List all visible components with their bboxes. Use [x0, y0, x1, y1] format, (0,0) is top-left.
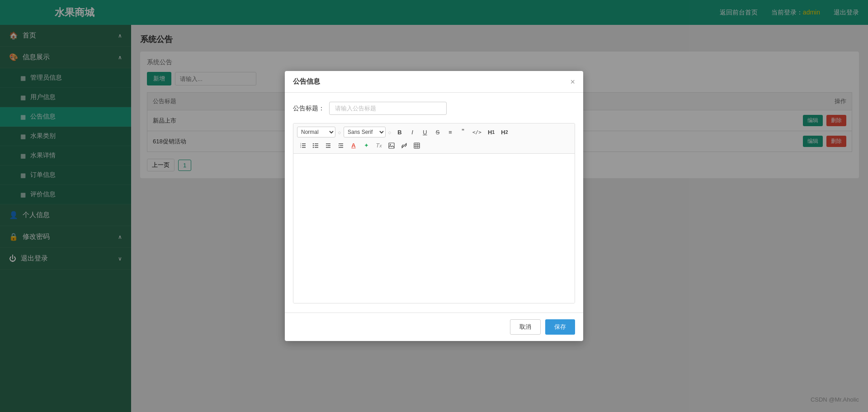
indent-increase-button[interactable]: [335, 141, 347, 151]
save-button[interactable]: 保存: [545, 319, 575, 335]
modal-title: 公告信息: [293, 77, 320, 86]
svg-text:3: 3: [300, 146, 302, 148]
code-button[interactable]: </>: [470, 128, 484, 137]
format-select[interactable]: Normal Heading 1 Heading 2 Heading 3: [297, 127, 335, 137]
font-select[interactable]: Sans Serif Serif Monospace: [344, 127, 386, 137]
italic-button[interactable]: I: [406, 127, 418, 137]
underline-button[interactable]: U: [419, 127, 431, 137]
editor-toolbar: Normal Heading 1 Heading 2 Heading 3 ⬦ S…: [293, 123, 575, 154]
editor-container: Normal Heading 1 Heading 2 Heading 3 ⬦ S…: [293, 123, 575, 303]
cancel-button[interactable]: 取消: [510, 319, 541, 335]
font-color-button[interactable]: A: [348, 140, 359, 151]
link-button[interactable]: [398, 141, 410, 151]
toolbar-row-2: 123 A ✦ Tx: [297, 140, 571, 151]
modal-close-button[interactable]: ×: [570, 78, 575, 86]
modal-footer: 取消 保存: [285, 313, 583, 341]
title-input[interactable]: [329, 102, 447, 115]
ol-button[interactable]: 123: [297, 141, 309, 151]
table-button[interactable]: [411, 141, 423, 151]
editor-content[interactable]: [293, 154, 575, 303]
modal-dialog: 公告信息 × 公告标题： Normal Heading 1 Heading 2: [285, 71, 583, 341]
toolbar-sep-1: ⬦: [337, 128, 342, 136]
svg-point-10: [313, 145, 314, 146]
image-button[interactable]: [386, 141, 397, 151]
modal-overlay[interactable]: 公告信息 × 公告标题： Normal Heading 1 Heading 2: [0, 0, 868, 412]
h2-button[interactable]: H2: [498, 127, 510, 137]
blockquote-button[interactable]: ": [457, 126, 469, 138]
indent-decrease-button[interactable]: [322, 141, 334, 151]
svg-rect-18: [389, 143, 394, 148]
svg-point-11: [313, 147, 314, 147]
form-row-title: 公告标题：: [293, 102, 575, 115]
title-label: 公告标题：: [293, 104, 329, 113]
clear-format-button[interactable]: Tx: [373, 140, 385, 151]
strikethrough-button[interactable]: S: [432, 127, 443, 137]
svg-point-19: [390, 144, 391, 145]
toolbar-row-1: Normal Heading 1 Heading 2 Heading 3 ⬦ S…: [297, 126, 571, 138]
toolbar-sep-2: ⬦: [387, 128, 392, 136]
ul-button[interactable]: [310, 141, 321, 151]
svg-line-20: [403, 145, 405, 147]
modal-header: 公告信息 ×: [285, 71, 583, 93]
modal-body: 公告标题： Normal Heading 1 Heading 2 Heading…: [285, 93, 583, 313]
bold-button[interactable]: B: [394, 127, 406, 137]
svg-rect-21: [414, 143, 420, 148]
h1-button[interactable]: H1: [485, 127, 497, 137]
svg-point-9: [313, 143, 314, 144]
align-button[interactable]: ≡: [444, 127, 456, 137]
highlight-button[interactable]: ✦: [360, 140, 372, 151]
